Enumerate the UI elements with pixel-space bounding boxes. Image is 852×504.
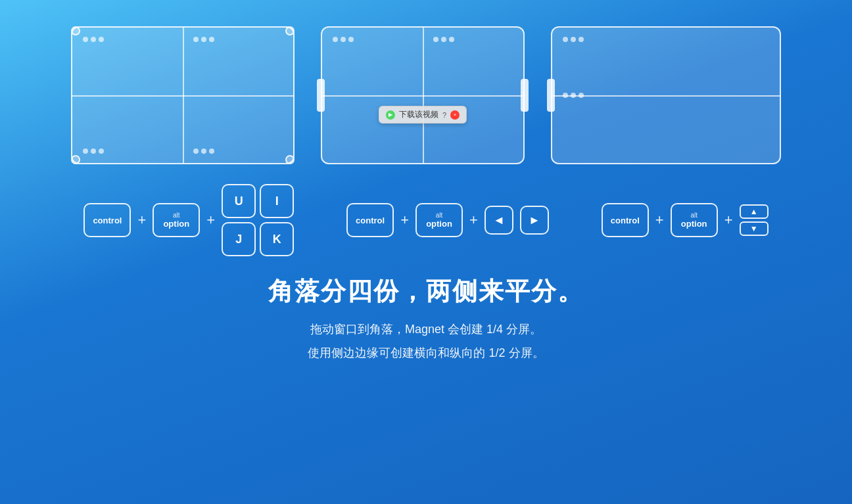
down-arrow-icon: ▼ [750,224,758,233]
control-key: control [83,203,131,237]
left-arrow-icon: ◄ [493,214,505,227]
i-label: I [275,195,279,208]
key-u: U [222,184,256,218]
subtext: 拖动窗口到角落，Magnet 会创建 1/4 分屏。 使用侧边边缘可创建横向和纵… [268,317,584,365]
control-key: control [602,203,649,237]
plus-2: + [724,212,733,229]
sub1: 拖动窗口到角落，Magnet 会创建 1/4 分屏。 [268,317,584,341]
control-key-label: control [93,216,122,225]
arrow-left-key: ◄ [485,206,513,235]
k-label: K [273,233,281,246]
download-popup: ▶ 下载该视频 ? × [379,106,467,124]
h-divider [552,95,780,97]
arrow-down-key: ▼ [740,221,769,236]
plus-2: + [469,212,478,229]
plus-1: + [400,212,409,229]
updown-cluster: ▲ ▼ [740,204,769,236]
right-arrow-icon: ► [529,214,540,227]
download-text: 下载该视频 [399,109,438,120]
control-key-label: control [611,216,640,225]
ujik-cluster: U I J K [222,184,294,256]
alt-label: alt [436,212,443,219]
dots-tl [333,37,354,42]
option-key: alt option [671,203,718,237]
dots-tr [193,37,214,42]
option-label: option [163,219,189,229]
shortcut-group-1: control + alt option + U I J K [83,184,294,256]
plus-2: + [206,212,215,229]
option-key: alt option [415,203,463,237]
arrow-up-key: ▲ [740,204,769,219]
dots-tr [433,37,454,42]
dots-tl [83,37,104,42]
text-section: 角落分四份，两侧来平分。 拖动窗口到角落，Magnet 会创建 1/4 分屏。 … [268,275,584,365]
play-icon: ▶ [386,110,395,120]
shortcuts-section: control + alt option + U I J K control +… [0,184,852,256]
headline: 角落分四份，两侧来平分。 [268,275,584,308]
plus-1: + [137,212,146,229]
option-label: option [426,219,452,229]
window-mid: ▶ 下载该视频 ? × [321,26,525,164]
alt-label: alt [690,212,698,219]
option-key: alt option [153,203,200,237]
v-divider [183,28,184,163]
dots-ml [563,93,584,98]
j-label: J [235,233,242,246]
key-k: K [260,222,294,256]
grid-lines [72,28,293,163]
option-label: option [681,219,707,229]
alt-label: alt [173,212,180,219]
v-divider [423,28,424,163]
up-arrow-icon: ▲ [750,207,758,216]
shortcut-group-2: control + alt option + ◄ ► [346,203,549,237]
window-left [71,26,295,164]
question-icon: ? [442,111,446,119]
sub2: 使用侧边边缘可创建横向和纵向的 1/2 分屏。 [268,341,584,365]
control-key: control [346,203,394,237]
window-right [551,26,781,164]
arrow-right-key: ► [520,206,549,235]
close-icon[interactable]: × [450,110,460,120]
key-j: J [222,222,256,256]
shortcut-group-3: control + alt option + ▲ ▼ [602,203,769,237]
control-key-label: control [356,216,385,225]
dots-tl [563,37,584,42]
u-label: U [235,195,243,208]
key-i: I [260,184,294,218]
windows-section: ▶ 下载该视频 ? × [0,26,852,164]
dots-bl [83,149,104,154]
plus-1: + [655,212,664,229]
dots-br [193,149,214,154]
